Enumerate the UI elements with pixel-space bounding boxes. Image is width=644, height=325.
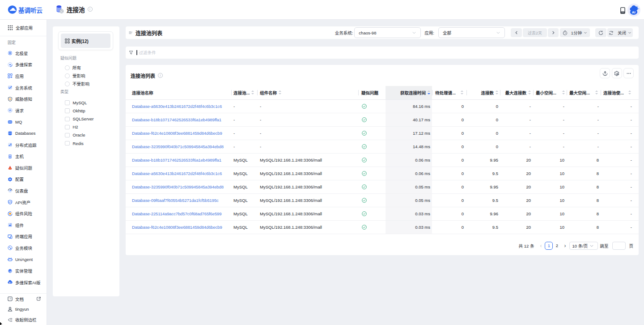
svg-text:AI: AI bbox=[631, 10, 635, 14]
svg-text:?: ? bbox=[9, 297, 11, 300]
